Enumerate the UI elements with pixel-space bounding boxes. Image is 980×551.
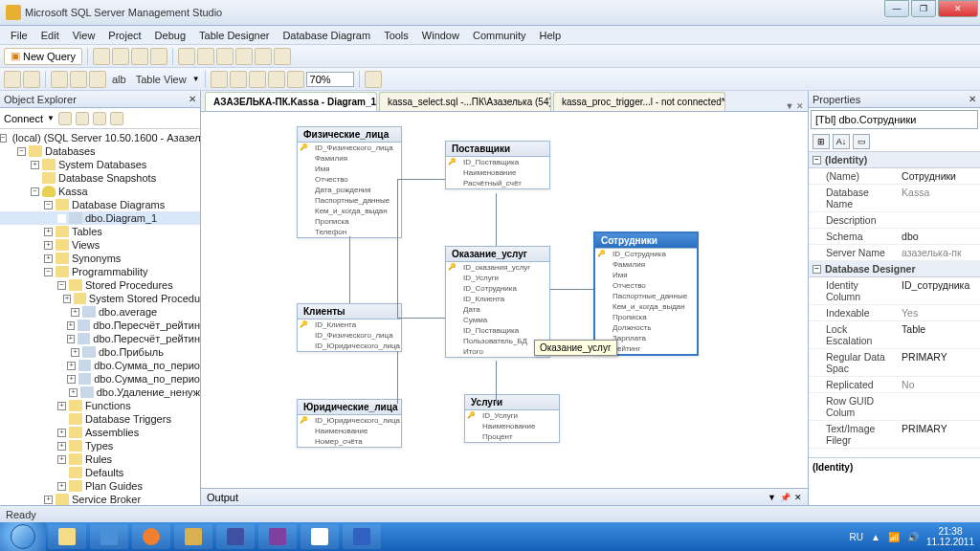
- toolbar-button[interactable]: [216, 48, 234, 65]
- tray-flag-icon[interactable]: ▲: [871, 532, 880, 542]
- tree-item[interactable]: +Views: [0, 238, 200, 252]
- tree-item[interactable]: +Assemblies: [0, 426, 200, 439]
- zoom-select[interactable]: 70%: [306, 72, 354, 87]
- panel-close-icon[interactable]: ✕: [189, 94, 196, 104]
- table-column[interactable]: Наименование: [465, 421, 559, 431]
- tree-item[interactable]: Defaults: [0, 466, 200, 479]
- menu-view[interactable]: View: [66, 28, 102, 43]
- table-column[interactable]: ID_Физического_лица: [298, 330, 401, 341]
- panel-menu-icon[interactable]: ▼: [768, 493, 776, 502]
- tree-item[interactable]: +dbo.average: [0, 305, 200, 319]
- tree-item[interactable]: dbo.Diagram_1: [0, 211, 200, 225]
- tree-item[interactable]: +System Stored Procedu: [0, 292, 200, 305]
- menu-window[interactable]: Window: [415, 28, 466, 43]
- table-column[interactable]: Расчётный_счёт: [446, 178, 549, 188]
- table-column[interactable]: Дата_рождения: [298, 185, 401, 195]
- table-column[interactable]: Наименование: [298, 426, 401, 436]
- toolbar-button[interactable]: [211, 71, 228, 88]
- menu-community[interactable]: Community: [466, 28, 533, 43]
- diagram-table-post[interactable]: ПоставщикиID_ПоставщикаНаименованиеРасчё…: [445, 141, 550, 189]
- menu-tools[interactable]: Tools: [377, 28, 415, 43]
- table-column[interactable]: Процент: [465, 431, 559, 442]
- toolbar-button[interactable]: [112, 48, 129, 65]
- property-row[interactable]: (Name)Сотрудники: [809, 168, 980, 185]
- table-column[interactable]: ID_Физического_лица: [298, 143, 401, 153]
- diagram-canvas[interactable]: Оказание_услуг Физические_лицаID_Физичес…: [201, 112, 808, 488]
- tree-root[interactable]: − (local) (SQL Server 10.50.1600 - Азазе…: [0, 131, 200, 144]
- toolbar-button[interactable]: [235, 48, 253, 65]
- taskbar-item[interactable]: [174, 524, 212, 549]
- start-button[interactable]: [0, 522, 46, 551]
- toolbar-button[interactable]: [249, 71, 266, 88]
- tree-item[interactable]: Database Triggers: [0, 412, 200, 426]
- table-column[interactable]: Кем_и_когда_выдан: [298, 206, 401, 216]
- tree-item[interactable]: +Tables: [0, 225, 200, 238]
- table-column[interactable]: ID_оказания_услуг: [446, 262, 549, 273]
- toolbar-button[interactable]: [51, 71, 68, 88]
- toolbar-button[interactable]: [178, 48, 195, 65]
- table-column[interactable]: Фамилия: [298, 153, 401, 164]
- table-column[interactable]: Прописка: [298, 216, 401, 227]
- taskbar-item[interactable]: [132, 524, 170, 549]
- tree-item[interactable]: +Plan Guides: [0, 479, 200, 493]
- toolbar-button[interactable]: [197, 48, 214, 65]
- table-column[interactable]: Номер_счёта: [298, 436, 401, 447]
- menu-project[interactable]: Project: [101, 28, 147, 43]
- taskbar-item[interactable]: [48, 524, 86, 549]
- property-pages-button[interactable]: ▭: [853, 134, 870, 149]
- property-row[interactable]: Database NameKassa: [809, 185, 980, 212]
- toolbar-button[interactable]: [287, 71, 304, 88]
- table-column[interactable]: Кем_и_когда_выдан: [595, 301, 697, 312]
- menu-help[interactable]: Help: [533, 28, 568, 43]
- table-column[interactable]: Прописка: [595, 312, 697, 322]
- table-column[interactable]: ID_Сотрудника: [595, 249, 697, 259]
- tab-close-all-icon[interactable]: ✕: [796, 101, 804, 111]
- diagram-table-usl[interactable]: УслугиID_УслугиНаименованиеПроцент: [464, 394, 560, 443]
- table-column[interactable]: Паспортные_данные: [298, 195, 401, 206]
- toolbar-button[interactable]: [150, 48, 167, 65]
- tray-date[interactable]: 11.12.2011: [926, 537, 974, 547]
- property-row[interactable]: ReplicatedNo: [809, 377, 980, 393]
- toolbar-button[interactable]: [76, 112, 89, 125]
- taskbar-item[interactable]: [301, 524, 339, 549]
- diagram-table-kli[interactable]: КлиентыID_КлиентаID_Физического_лицаID_Ю…: [297, 303, 402, 352]
- new-query-button[interactable]: ▣New Query: [4, 48, 82, 65]
- tree-item[interactable]: +dbo.Пересчёт_рейтин: [0, 319, 200, 332]
- toolbar-button[interactable]: [93, 48, 110, 65]
- tree-item[interactable]: +System Databases: [0, 158, 200, 171]
- taskbar-item[interactable]: [216, 524, 255, 549]
- tree-item[interactable]: +Functions: [0, 399, 200, 412]
- toolbar-button[interactable]: [131, 48, 148, 65]
- property-category[interactable]: −Database Designer: [809, 261, 980, 277]
- property-row[interactable]: Text/Image FilegrPRIMARY: [809, 421, 980, 449]
- table-column[interactable]: Отчество: [298, 174, 401, 185]
- table-view-label[interactable]: Table View: [132, 74, 190, 85]
- table-column[interactable]: Фамилия: [595, 259, 697, 270]
- close-button[interactable]: ✕: [938, 0, 978, 17]
- tray-volume-icon[interactable]: 🔊: [907, 532, 919, 542]
- tab[interactable]: kassa_proc_trigger...l - not connected*✕: [553, 92, 725, 111]
- panel-close-icon[interactable]: ✕: [969, 94, 976, 104]
- object-tree[interactable]: − (local) (SQL Server 10.50.1600 - Азазе…: [0, 129, 200, 505]
- tree-item[interactable]: −Programmability: [0, 265, 200, 278]
- table-column[interactable]: Наименование: [446, 167, 549, 178]
- panel-pin-icon[interactable]: 📌: [780, 493, 791, 502]
- tree-item[interactable]: +Types: [0, 439, 200, 452]
- tree-item[interactable]: +dbo.Пересчёт_рейтин: [0, 332, 200, 345]
- panel-close-icon[interactable]: ✕: [794, 493, 802, 502]
- table-column[interactable]: Имя: [595, 270, 697, 280]
- property-row[interactable]: Row GUID Colum: [809, 393, 980, 421]
- tree-item[interactable]: +Synonyms: [0, 252, 200, 265]
- taskbar-item[interactable]: [343, 524, 381, 549]
- toolbar-button[interactable]: [93, 112, 106, 125]
- connect-button[interactable]: Connect: [4, 113, 43, 124]
- table-column[interactable]: Отчество: [595, 280, 697, 291]
- table-column[interactable]: ID_Поставщика: [446, 325, 549, 336]
- table-column[interactable]: ID_Услуги: [465, 410, 559, 421]
- table-column[interactable]: Паспортные_данные: [595, 291, 697, 301]
- menu-file[interactable]: File: [4, 28, 34, 43]
- table-column[interactable]: ID_Юридического_лица: [298, 341, 401, 351]
- table-column[interactable]: Имя: [298, 164, 401, 174]
- taskbar-item[interactable]: [258, 524, 297, 549]
- property-row[interactable]: Schemadbo: [809, 229, 980, 245]
